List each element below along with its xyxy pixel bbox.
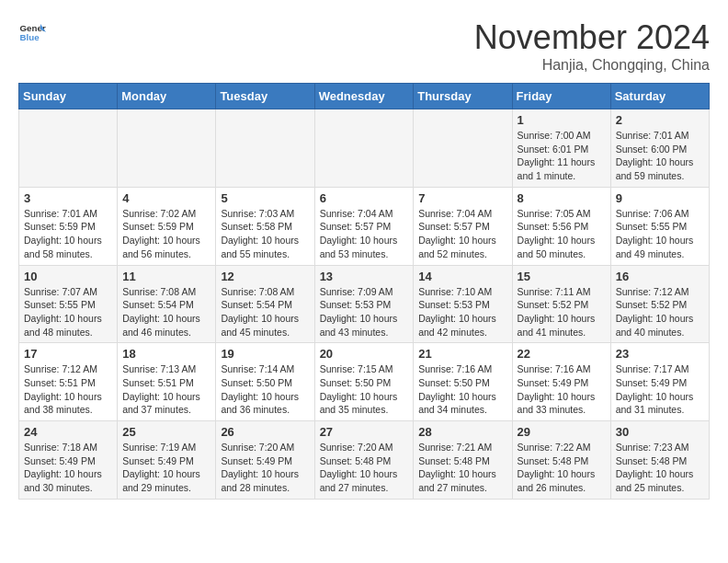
day-info: Sunrise: 7:16 AM Sunset: 5:49 PM Dayligh…	[518, 362, 606, 417]
day-info: Sunrise: 7:13 AM Sunset: 5:51 PM Dayligh…	[122, 362, 210, 417]
sunset-text: Sunset: 5:49 PM	[221, 455, 292, 466]
sunset-text: Sunset: 5:57 PM	[418, 221, 490, 232]
daylight-text: Daylight: 10 hours and 43 minutes.	[320, 313, 398, 338]
daylight-text: Daylight: 10 hours and 59 minutes.	[616, 156, 694, 181]
calendar-cell-w3-d7: 16 Sunrise: 7:12 AM Sunset: 5:52 PM Dayl…	[610, 265, 709, 343]
day-number: 6	[320, 191, 409, 205]
sunrise-text: Sunrise: 7:01 AM	[24, 208, 97, 219]
calendar-cell-w2-d1: 3 Sunrise: 7:01 AM Sunset: 5:59 PM Dayli…	[19, 187, 118, 265]
sunrise-text: Sunrise: 7:05 AM	[518, 208, 591, 219]
calendar-cell-w5-d7: 30 Sunrise: 7:23 AM Sunset: 5:48 PM Dayl…	[610, 421, 709, 500]
day-number: 4	[122, 191, 210, 205]
daylight-text: Daylight: 10 hours and 45 minutes.	[221, 313, 299, 338]
sunrise-text: Sunrise: 7:08 AM	[221, 286, 294, 297]
daylight-text: Daylight: 10 hours and 33 minutes.	[518, 391, 596, 416]
day-number: 1	[518, 113, 606, 127]
logo-icon: General Blue	[18, 18, 46, 46]
calendar-cell-w3-d1: 10 Sunrise: 7:07 AM Sunset: 5:55 PM Dayl…	[19, 265, 118, 343]
day-info: Sunrise: 7:10 AM Sunset: 5:53 PM Dayligh…	[418, 285, 506, 339]
day-info: Sunrise: 7:04 AM Sunset: 5:57 PM Dayligh…	[418, 207, 506, 261]
calendar-header-row: Sunday Monday Tuesday Wednesday Thursday…	[19, 84, 710, 109]
day-number: 24	[24, 425, 112, 439]
day-number: 28	[418, 425, 506, 439]
day-info: Sunrise: 7:05 AM Sunset: 5:56 PM Dayligh…	[518, 207, 606, 261]
calendar-cell-w4-d2: 18 Sunrise: 7:13 AM Sunset: 5:51 PM Dayl…	[118, 343, 216, 421]
day-info: Sunrise: 7:08 AM Sunset: 5:54 PM Dayligh…	[221, 285, 309, 339]
sunrise-text: Sunrise: 7:20 AM	[221, 442, 294, 453]
daylight-text: Daylight: 10 hours and 58 minutes.	[24, 235, 102, 259]
calendar-cell-w4-d4: 20 Sunrise: 7:15 AM Sunset: 5:50 PM Dayl…	[314, 343, 414, 421]
day-info: Sunrise: 7:20 AM Sunset: 5:48 PM Dayligh…	[320, 441, 409, 495]
calendar-cell-w3-d3: 12 Sunrise: 7:08 AM Sunset: 5:54 PM Dayl…	[216, 265, 314, 343]
daylight-text: Daylight: 10 hours and 55 minutes.	[221, 235, 299, 259]
day-number: 29	[518, 425, 606, 439]
day-info: Sunrise: 7:22 AM Sunset: 5:48 PM Dayligh…	[518, 441, 606, 495]
day-info: Sunrise: 7:00 AM Sunset: 6:01 PM Dayligh…	[518, 129, 606, 183]
calendar-cell-w3-d4: 13 Sunrise: 7:09 AM Sunset: 5:53 PM Dayl…	[314, 265, 414, 343]
header-tuesday: Tuesday	[216, 84, 314, 109]
header-friday: Friday	[512, 84, 610, 109]
sunrise-text: Sunrise: 7:02 AM	[122, 208, 196, 219]
sunset-text: Sunset: 5:52 PM	[518, 299, 589, 310]
day-number: 5	[221, 191, 309, 205]
daylight-text: Daylight: 10 hours and 38 minutes.	[24, 391, 102, 416]
calendar-cell-w2-d3: 5 Sunrise: 7:03 AM Sunset: 5:58 PM Dayli…	[216, 187, 314, 265]
title-area: November 2024 Hanjia, Chongqing, China	[474, 18, 710, 74]
calendar-cell-w3-d6: 15 Sunrise: 7:11 AM Sunset: 5:52 PM Dayl…	[512, 265, 610, 343]
sunrise-text: Sunrise: 7:04 AM	[418, 208, 492, 219]
day-info: Sunrise: 7:15 AM Sunset: 5:50 PM Dayligh…	[320, 362, 409, 417]
daylight-text: Daylight: 10 hours and 42 minutes.	[418, 313, 496, 338]
day-number: 20	[320, 347, 409, 361]
sunset-text: Sunset: 5:49 PM	[518, 377, 589, 388]
daylight-text: Daylight: 10 hours and 34 minutes.	[418, 391, 496, 416]
calendar-cell-w1-d6: 1 Sunrise: 7:00 AM Sunset: 6:01 PM Dayli…	[512, 109, 610, 188]
sunset-text: Sunset: 6:01 PM	[518, 144, 589, 155]
day-info: Sunrise: 7:21 AM Sunset: 5:48 PM Dayligh…	[418, 441, 506, 495]
sunrise-text: Sunrise: 7:18 AM	[24, 442, 97, 453]
svg-text:Blue: Blue	[20, 32, 40, 42]
day-info: Sunrise: 7:11 AM Sunset: 5:52 PM Dayligh…	[518, 285, 606, 339]
day-info: Sunrise: 7:14 AM Sunset: 5:50 PM Dayligh…	[221, 362, 309, 417]
sunrise-text: Sunrise: 7:16 AM	[518, 363, 591, 374]
sunset-text: Sunset: 5:53 PM	[418, 299, 490, 310]
sunset-text: Sunset: 5:48 PM	[418, 455, 490, 466]
sunrise-text: Sunrise: 7:17 AM	[616, 363, 689, 374]
sunset-text: Sunset: 5:48 PM	[616, 455, 688, 466]
sunrise-text: Sunrise: 7:04 AM	[320, 208, 393, 219]
sunrise-text: Sunrise: 7:19 AM	[122, 442, 196, 453]
calendar-cell-w1-d2	[118, 109, 216, 188]
day-info: Sunrise: 7:08 AM Sunset: 5:54 PM Dayligh…	[122, 285, 210, 339]
sunset-text: Sunset: 5:48 PM	[320, 455, 392, 466]
day-number: 14	[418, 270, 506, 283]
sunset-text: Sunset: 5:49 PM	[616, 377, 688, 388]
sunset-text: Sunset: 5:49 PM	[24, 455, 96, 466]
day-number: 2	[616, 113, 704, 127]
day-number: 7	[418, 191, 506, 205]
sunset-text: Sunset: 5:51 PM	[24, 377, 96, 388]
sunset-text: Sunset: 5:58 PM	[221, 221, 292, 232]
sunset-text: Sunset: 6:00 PM	[616, 144, 688, 155]
page-header: General Blue November 2024 Hanjia, Chong…	[18, 18, 710, 74]
calendar-week-2: 3 Sunrise: 7:01 AM Sunset: 5:59 PM Dayli…	[19, 187, 710, 265]
daylight-text: Daylight: 10 hours and 53 minutes.	[320, 235, 398, 259]
sunset-text: Sunset: 5:59 PM	[122, 221, 194, 232]
sunset-text: Sunset: 5:55 PM	[616, 221, 688, 232]
daylight-text: Daylight: 10 hours and 52 minutes.	[418, 235, 496, 259]
day-info: Sunrise: 7:01 AM Sunset: 5:59 PM Dayligh…	[24, 207, 112, 261]
day-number: 12	[221, 270, 309, 283]
day-info: Sunrise: 7:03 AM Sunset: 5:58 PM Dayligh…	[221, 207, 309, 261]
sunrise-text: Sunrise: 7:08 AM	[122, 286, 196, 297]
calendar-cell-w1-d7: 2 Sunrise: 7:01 AM Sunset: 6:00 PM Dayli…	[610, 109, 709, 188]
sunset-text: Sunset: 5:50 PM	[320, 377, 392, 388]
day-info: Sunrise: 7:07 AM Sunset: 5:55 PM Dayligh…	[24, 285, 112, 339]
sunrise-text: Sunrise: 7:14 AM	[221, 363, 294, 374]
daylight-text: Daylight: 10 hours and 26 minutes.	[518, 468, 596, 493]
calendar-cell-w5-d6: 29 Sunrise: 7:22 AM Sunset: 5:48 PM Dayl…	[512, 421, 610, 500]
sunrise-text: Sunrise: 7:10 AM	[418, 286, 492, 297]
day-number: 23	[616, 347, 704, 361]
calendar-cell-w5-d1: 24 Sunrise: 7:18 AM Sunset: 5:49 PM Dayl…	[19, 421, 118, 500]
day-info: Sunrise: 7:01 AM Sunset: 6:00 PM Dayligh…	[616, 129, 704, 183]
daylight-text: Daylight: 10 hours and 56 minutes.	[122, 235, 200, 259]
calendar-cell-w4-d1: 17 Sunrise: 7:12 AM Sunset: 5:51 PM Dayl…	[19, 343, 118, 421]
calendar-cell-w2-d4: 6 Sunrise: 7:04 AM Sunset: 5:57 PM Dayli…	[314, 187, 414, 265]
